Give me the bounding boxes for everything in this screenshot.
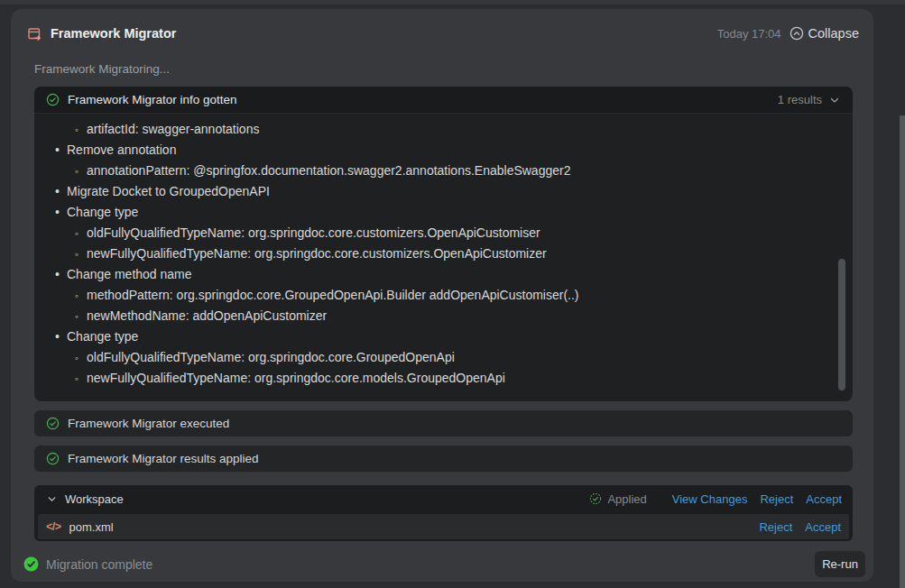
migrate-window-icon [27,26,42,41]
status-bar-label: Framework Migrator executed [68,417,229,430]
bullet-circle-icon: ◦ [75,307,87,327]
result-item-text: oldFullyQualifiedTypeName: org.springdoc… [87,223,540,243]
result-item-text: oldFullyQualifiedTypeName: org.springdoc… [87,347,455,368]
result-item-text: artifactId: swagger-annotations [87,119,259,140]
bullet-dot-icon: • [55,181,67,202]
workspace-file-row[interactable]: </> pom.xml Reject Accept [38,514,849,539]
accept-all-link[interactable]: Accept [806,492,842,506]
result-item: •Change type [34,326,853,347]
result-item-text: Remove annotation [67,140,176,161]
footer-status: Migration complete [23,556,152,572]
status-bar-executed[interactable]: Framework Migrator executed [34,410,853,436]
chevron-down-icon[interactable] [828,94,841,106]
bullet-circle-icon: ◦ [75,286,87,307]
result-item: ◦newFullyQualifiedTypeName: org.springdo… [34,243,853,264]
results-panel-header[interactable]: Framework Migrator info gotten 1 results [34,87,853,114]
workspace-panel: Workspace Applied View Changes Reject Ac… [34,485,853,541]
bullet-circle-icon: ◦ [75,369,87,390]
result-item: ◦newFullyQualifiedTypeName: org.springdo… [34,368,853,389]
result-item: ◦methodPattern: org.springdoc.core.Group… [34,285,853,306]
bullet-circle-icon: ◦ [75,224,87,244]
results-scrollbar[interactable] [838,259,845,390]
result-item: •Change type [34,202,853,223]
chevron-down-icon[interactable] [46,493,58,505]
reject-all-link[interactable]: Reject [760,492,793,506]
view-changes-link[interactable]: View Changes [672,492,748,506]
result-item: •Remove annotation [34,140,853,161]
accept-file-link[interactable]: Accept [805,520,841,534]
bullet-circle-icon: ◦ [75,120,87,141]
file-name: pom.xml [69,520,114,534]
check-circle-icon [46,417,60,430]
bullet-dot-icon: • [55,140,67,161]
check-circle-icon [46,452,60,465]
workspace-title: Workspace [65,492,124,506]
rerun-button[interactable]: Re-run [815,551,865,577]
bullet-circle-icon: ◦ [75,161,87,182]
bullet-circle-icon: ◦ [75,348,87,369]
result-item-text: Change type [67,202,138,223]
framework-migrator-card: Framework Migrator Today 17:04 Collapse … [11,9,873,582]
check-circle-dashed-icon [589,492,602,505]
result-item-text: Migrate Docket to GroupedOpenAPI [67,181,270,202]
result-item-text: newMethodName: addOpenApiCustomizer [87,306,327,326]
top-divider [0,0,905,5]
bullet-dot-icon: • [55,264,67,285]
results-panel-title: Framework Migrator info gotten [68,93,237,106]
collapse-label: Collapse [808,26,859,41]
check-circle-icon [46,93,60,106]
reject-file-link[interactable]: Reject [759,520,792,534]
result-item: •Change method name [34,264,853,285]
result-item: ◦oldFullyQualifiedTypeName: org.springdo… [34,223,853,243]
results-panel: Framework Migrator info gotten 1 results… [34,87,853,401]
applied-label: Applied [607,492,646,506]
result-item-text: newFullyQualifiedTypeName: org.springdoc… [87,368,505,389]
result-item-text: Change type [67,326,138,347]
applied-status: Applied [589,492,646,506]
result-item-text: Change method name [67,264,192,285]
bullet-circle-icon: ◦ [75,244,87,265]
workspace-header: Workspace Applied View Changes Reject Ac… [34,485,853,512]
check-circle-filled-icon [23,556,39,572]
result-item-text: methodPattern: org.springdoc.core.Groupe… [87,285,579,306]
code-file-icon: </> [46,520,61,533]
migration-status-line: Framework Migratoring... [34,62,170,76]
page-scrollbar[interactable] [900,115,905,588]
results-count: 1 results [778,93,822,106]
status-bar-results-applied[interactable]: Framework Migrator results applied [34,446,853,472]
result-item: ◦oldFullyQualifiedTypeName: org.springdo… [34,347,853,368]
bullet-dot-icon: • [55,202,67,223]
chevron-up-circle-icon [790,26,804,41]
result-item: •Migrate Docket to GroupedOpenAPI [34,181,853,202]
result-list: ◦artifactId: swagger-annotations•Remove … [34,114,853,389]
result-item: ◦annotationPattern: @springfox.documenta… [34,161,853,181]
result-item-text: annotationPattern: @springfox.documentat… [87,161,570,181]
bullet-dot-icon: • [55,326,67,347]
result-item: ◦newMethodName: addOpenApiCustomizer [34,306,853,326]
collapse-button[interactable]: Collapse [790,26,859,41]
status-bar-label: Framework Migrator results applied [68,452,259,465]
result-item: ◦artifactId: swagger-annotations [34,119,853,140]
card-header: Framework Migrator Today 17:04 Collapse [27,24,859,42]
timestamp: Today 17:04 [717,27,781,41]
result-item-text: newFullyQualifiedTypeName: org.springdoc… [87,243,547,264]
page-title: Framework Migrator [51,26,176,41]
footer-status-label: Migration complete [46,557,152,572]
